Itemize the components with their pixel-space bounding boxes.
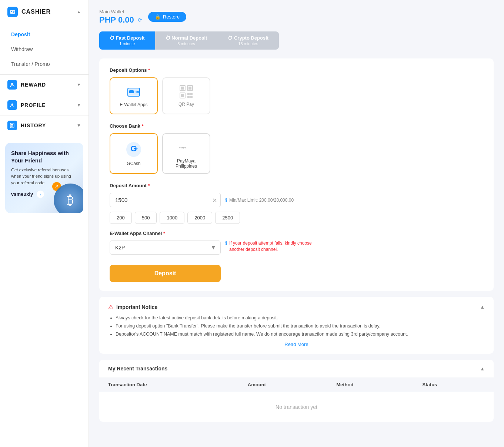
bank-gcash[interactable]: G GCash [110, 133, 158, 174]
cashier-icon [7, 7, 18, 17]
channel-select[interactable]: K2P Option 2 Option 3 [110, 241, 221, 255]
cashier-nav: Deposit Withdraw Transfer / Promo [0, 24, 89, 74]
ewallet-label: E-Wallet Apps [120, 102, 148, 107]
deposit-amount-label: Deposit Amount * [110, 183, 483, 188]
tab-fast-deposit-label: ⏱ Fast Deposit [110, 35, 145, 41]
svg-point-4 [11, 83, 13, 85]
preset-200[interactable]: 200 [110, 212, 132, 224]
referral-code: vsmeuxiy [11, 191, 33, 197]
history-chevron-icon: ▼ [77, 123, 81, 128]
col-amount: Amount [239, 377, 327, 392]
profile-chevron-icon: ▼ [77, 102, 81, 108]
svg-rect-12 [129, 90, 134, 93]
preset-amounts-row: 200 500 1000 2000 2500 [110, 212, 483, 224]
amount-clear-icon[interactable]: ✕ [212, 196, 217, 204]
svg-point-27 [134, 147, 137, 150]
deposit-options-row: E-Wallet Apps QR Pay [110, 77, 483, 114]
sidebar-cashier-header[interactable]: CASHIER ▲ [0, 0, 89, 24]
refresh-icon[interactable]: ⟳ [138, 17, 142, 23]
history-icon [7, 121, 17, 130]
notice-item-1: Always check for the latest active depos… [116, 314, 485, 322]
read-more-link[interactable]: Read More [108, 342, 485, 347]
option-qrpay[interactable]: QR Pay [162, 77, 210, 114]
profile-icon [7, 100, 17, 110]
svg-point-5 [11, 104, 13, 105]
preset-500[interactable]: 500 [135, 212, 157, 224]
restore-label: Restore [163, 14, 180, 20]
svg-rect-1 [11, 11, 12, 12]
deposit-options-required: * [148, 67, 150, 73]
sidebar-item-withdraw[interactable]: Withdraw [0, 42, 89, 57]
tab-normal-deposit[interactable]: ⏱ Normal Deposit 5 minutes [155, 31, 218, 50]
notice-item-3: Depositor's ACCOUNT NAME must match with… [116, 330, 485, 338]
qrpay-svg-icon [179, 85, 193, 99]
restore-button[interactable]: 🔒 Restore [148, 12, 187, 22]
svg-rect-2 [13, 11, 14, 12]
sidebar-item-transfer-promo[interactable]: Transfer / Promo [0, 57, 89, 71]
reward-chevron-icon: ▼ [77, 82, 81, 87]
svg-rect-20 [181, 94, 184, 97]
bank-paymaya[interactable]: maya PayMaya Philippines [162, 133, 210, 174]
col-status: Status [414, 377, 494, 392]
bank-options-row: G GCash maya PayMaya Philippines [110, 133, 483, 174]
svg-rect-18 [188, 87, 191, 90]
tab-normal-deposit-label: ⏱ Normal Deposit [166, 35, 207, 41]
referral-arrow-icon[interactable]: › [37, 191, 44, 198]
profile-section: PROFILE ▼ [0, 95, 89, 115]
deposit-amount-required: * [148, 183, 150, 188]
option-ewallet[interactable]: E-Wallet Apps [110, 77, 158, 114]
channel-label: E-Wallet Apps Channel * [110, 231, 221, 236]
reward-header-left: REWARD [7, 80, 46, 90]
deposit-options-label: Deposit Options * [110, 67, 483, 73]
paymaya-label: PayMaya Philippines [166, 158, 207, 169]
profile-header-left: PROFILE [7, 100, 46, 110]
svg-rect-3 [13, 12, 14, 13]
sidebar: CASHIER ▲ Deposit Withdraw Transfer / Pr… [0, 0, 89, 447]
history-section: HISTORY ▼ [0, 115, 89, 135]
wallet-bar: Main Wallet PHP 0.00 ⟳ 🔒 Restore [99, 9, 494, 25]
limit-info: ℹ Min/Max Limit: 200.00/20,000.00 [225, 197, 294, 203]
tab-crypto-deposit-label: ⏱ Crypto Deposit [228, 35, 268, 41]
preset-2500[interactable]: 2500 [215, 212, 240, 224]
svg-rect-7 [11, 124, 13, 125]
ewallet-svg-icon [126, 84, 141, 99]
paymaya-icon: maya [178, 138, 195, 155]
col-transaction-date: Transaction Date [99, 377, 239, 392]
no-transaction-text: No transaction yet [99, 392, 494, 422]
choose-bank-label: Choose Bank * [110, 123, 483, 129]
referral-card: Share Happiness with Your Friend Get exc… [5, 143, 83, 213]
tab-crypto-deposit-sub: 15 minutes [238, 41, 258, 46]
tab-crypto-deposit[interactable]: ⏱ Crypto Deposit 15 minutes [217, 31, 279, 50]
amount-input-row: ✕ ℹ Min/Max Limit: 200.00/20,000.00 [110, 193, 483, 207]
tab-fast-deposit[interactable]: ⏱ Fast Deposit 1 minute [99, 31, 155, 50]
referral-title: Share Happiness with Your Friend [11, 149, 77, 164]
amount-input-wrap: ✕ [110, 193, 221, 207]
svg-rect-23 [187, 96, 190, 98]
choose-bank-required: * [142, 123, 144, 129]
channel-info-icon: ℹ [225, 240, 227, 246]
reward-section-header[interactable]: REWARD ▼ [0, 75, 89, 95]
deposit-tabs: ⏱ Fast Deposit 1 minute ⏱ Normal Deposit… [99, 31, 279, 50]
tab-fast-deposit-sub: 1 minute [119, 41, 135, 46]
preset-1000[interactable]: 1000 [160, 212, 184, 224]
amount-input[interactable] [110, 193, 221, 207]
notice-item-2: For using deposit option "Bank Transfer"… [116, 322, 485, 330]
history-section-header[interactable]: HISTORY ▼ [0, 115, 89, 135]
svg-rect-21 [187, 93, 190, 95]
sidebar-item-deposit[interactable]: Deposit [0, 27, 89, 42]
transactions-card: My Recent Transactions ▲ Transaction Dat… [99, 360, 494, 422]
limit-info-icon: ℹ [225, 197, 227, 203]
warning-triangle-icon: ⚠ [108, 303, 113, 310]
deposit-button[interactable]: Deposit [110, 265, 221, 282]
notice-collapse-icon[interactable]: ▲ [480, 304, 485, 310]
col-method: Method [327, 377, 413, 392]
transactions-collapse-icon[interactable]: ▲ [480, 366, 485, 372]
notice-title: Important Notice [116, 304, 157, 310]
preset-2000[interactable]: 2000 [187, 212, 212, 224]
wallet-amount: PHP 0.00 [99, 15, 134, 25]
profile-section-header[interactable]: PROFILE ▼ [0, 95, 89, 115]
restore-icon: 🔒 [155, 14, 161, 20]
limit-info-text: Min/Max Limit: 200.00/20,000.00 [229, 198, 294, 203]
main-content: Main Wallet PHP 0.00 ⟳ 🔒 Restore ⏱ Fast … [89, 0, 504, 447]
gcash-icon: G [125, 141, 142, 158]
